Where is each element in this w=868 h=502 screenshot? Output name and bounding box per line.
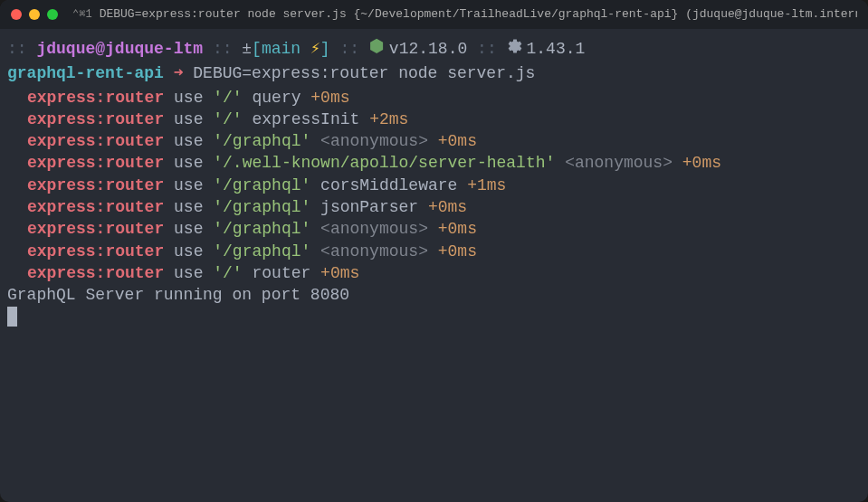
terminal-body[interactable]: :: jduque@jduque-ltm :: ±[main ⚡] :: v12… [0,29,868,502]
log-verb: use [174,132,203,150]
log-verb: use [174,242,203,260]
log-timing: +2ms [369,110,408,128]
close-button[interactable] [11,9,22,20]
command-text: DEBUG=express:router node server.js [193,64,535,82]
status-line: GraphQL Server running on port 8080 [7,284,861,306]
log-verb: use [174,176,203,194]
log-verb: use [174,89,203,107]
git-dirty-indicator: ± [242,40,252,58]
log-namespace: express:router [27,176,164,194]
window-title: DEBUG=express:router node server.js {~/D… [100,6,857,23]
gear-icon [507,38,523,61]
log-path: '/' [213,264,242,282]
prompt-line-1: :: jduque@jduque-ltm :: ±[main ⚡] :: v12… [7,38,861,61]
svg-marker-0 [370,39,383,53]
log-path: '/graphql' [213,132,310,150]
log-handler: <anonymous> [320,242,428,260]
log-line: express:router use '/graphql' jsonParser… [7,196,861,218]
log-line: express:router use '/' router +0ms [7,262,861,284]
log-timing: +1ms [467,176,506,194]
prompt-separator: :: [477,40,497,58]
log-path: '/.well-known/apollo/server-health' [213,154,555,172]
log-line: express:router use '/' query +0ms [7,87,861,109]
log-handler: jsonParser [320,198,418,216]
log-path: '/graphql' [213,176,310,194]
log-path: '/graphql' [213,220,310,238]
log-line: express:router use '/.well-known/apollo/… [7,152,861,174]
node-hexagon-icon [369,38,386,61]
traffic-lights [11,9,58,20]
log-timing: +0ms [438,242,477,260]
branch-bracket-close: ] [320,40,330,58]
version-label: 1.43.1 [527,40,586,58]
directory-name: graphql-rent-api [7,64,164,82]
log-namespace: express:router [27,89,164,107]
log-line: express:router use '/graphql' corsMiddle… [7,175,861,196]
log-namespace: express:router [27,132,164,150]
terminal-cursor [7,307,17,327]
log-path: '/graphql' [213,198,310,216]
log-handler: expressInit [252,110,359,128]
prompt-arrow-icon: ➜ [174,64,184,82]
shortcut-indicator: ⌃⌘1 [72,7,92,22]
log-line: express:router use '/graphql' <anonymous… [7,130,861,152]
log-path: '/' [213,89,242,107]
log-verb: use [174,110,203,128]
log-namespace: express:router [27,110,164,128]
log-line: express:router use '/' expressInit +2ms [7,109,861,130]
log-timing: +0ms [428,198,467,216]
prompt-separator: :: [7,40,27,58]
titlebar[interactable]: ⌃⌘1 DEBUG=express:router node server.js … [0,0,868,29]
log-timing: +0ms [320,264,359,282]
log-verb: use [174,220,203,238]
minimize-button[interactable] [29,9,40,20]
log-output: express:router use '/' query +0msexpress… [7,87,861,285]
log-line: express:router use '/graphql' <anonymous… [7,241,861,262]
log-handler: corsMiddleware [320,176,457,194]
node-version: v12.18.0 [389,40,467,58]
log-verb: use [174,198,203,216]
prompt-separator: :: [213,40,233,58]
branch-bracket-open: [ [252,40,262,58]
log-namespace: express:router [27,198,164,216]
server-status: GraphQL Server running on port 8080 [7,286,349,304]
log-timing: +0ms [682,154,721,172]
user-host: jduque@jduque-ltm [36,40,203,58]
log-handler: <anonymous> [565,154,672,172]
log-verb: use [174,264,203,282]
log-namespace: express:router [27,242,164,260]
lightning-icon: ⚡ [310,40,320,58]
prompt-line-2: graphql-rent-api ➜ DEBUG=express:router … [7,62,861,84]
log-timing: +0ms [438,132,477,150]
log-namespace: express:router [27,220,164,238]
prompt-separator: :: [339,40,359,58]
terminal-window: ⌃⌘1 DEBUG=express:router node server.js … [0,0,868,502]
log-path: '/graphql' [213,242,310,260]
log-namespace: express:router [27,264,164,282]
log-handler: query [252,89,300,107]
log-handler: <anonymous> [320,132,428,150]
log-line: express:router use '/graphql' <anonymous… [7,218,861,240]
log-handler: router [252,264,310,282]
log-handler: <anonymous> [320,220,428,238]
git-branch: main [262,40,300,58]
cursor-line [7,307,861,328]
log-timing: +0ms [310,89,349,107]
log-path: '/' [213,110,242,128]
log-timing: +0ms [438,220,477,238]
log-verb: use [174,154,203,172]
log-namespace: express:router [27,154,164,172]
maximize-button[interactable] [47,9,58,20]
